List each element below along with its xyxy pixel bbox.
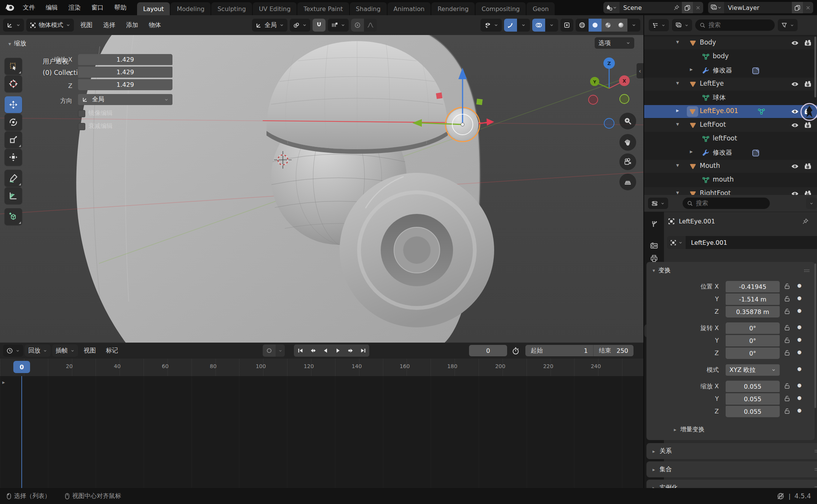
menu-object[interactable]: 物体: [145, 19, 165, 32]
shading-dropdown[interactable]: [627, 19, 640, 32]
disable-render-camera-icon[interactable]: [804, 80, 812, 88]
outliner-row-mouth[interactable]: ▾ Mouth: [644, 160, 817, 173]
mirror-editing-checkbox[interactable]: [78, 110, 85, 117]
tab-geometry-nodes[interactable]: Geon: [527, 2, 555, 15]
expand-icon[interactable]: ▾: [676, 189, 679, 195]
keyframe-decorator[interactable]: ●: [797, 282, 801, 288]
tab-compositing[interactable]: Compositing: [476, 2, 526, 15]
jump-to-end-button[interactable]: [357, 345, 369, 357]
expand-icon[interactable]: ▸: [690, 148, 693, 155]
outliner-display-mode-button[interactable]: [672, 19, 692, 31]
disable-render-camera-icon[interactable]: [804, 163, 812, 170]
expand-icon[interactable]: ▾: [676, 121, 679, 128]
outliner-row-body-mesh[interactable]: body: [644, 50, 817, 63]
outliner-row-rightfoot[interactable]: ▾ RightFoot: [644, 187, 817, 195]
playhead-line[interactable]: [21, 376, 22, 488]
camera-view-button[interactable]: [619, 153, 636, 170]
menu-file[interactable]: 文件: [18, 0, 40, 15]
outliner-search-input[interactable]: 搜索: [695, 19, 775, 31]
bevel-modifier-icon[interactable]: [752, 67, 760, 75]
menu-add[interactable]: 添加: [122, 19, 142, 32]
auto-key-dropdown[interactable]: [276, 345, 285, 357]
play-reverse-button[interactable]: [319, 345, 332, 357]
lock-open-icon[interactable]: [783, 408, 791, 414]
pin-icon[interactable]: [802, 218, 809, 225]
new-view-layer-button[interactable]: [792, 2, 803, 13]
drag-dots-icon[interactable]: [803, 267, 810, 274]
keyframe-decorator[interactable]: ●: [797, 407, 801, 413]
scale-x-field[interactable]: 1.429: [78, 54, 172, 65]
outliner-row-lefteye[interactable]: ▾ LeftEye: [644, 78, 817, 91]
previous-keyframe-button[interactable]: [306, 345, 319, 357]
keyframe-decorator[interactable]: ●: [797, 382, 801, 388]
shading-wireframe-button[interactable]: [576, 19, 589, 32]
menu-help[interactable]: 帮助: [109, 0, 132, 15]
shading-material-button[interactable]: [602, 19, 614, 32]
disable-render-camera-icon[interactable]: [804, 121, 812, 129]
keyframe-decorator[interactable]: ●: [797, 324, 801, 330]
expand-icon[interactable]: ▾: [676, 162, 679, 169]
current-frame-field[interactable]: 0: [469, 345, 507, 356]
expand-icon[interactable]: ▸: [690, 66, 693, 73]
hide-eye-icon[interactable]: [791, 163, 799, 170]
keyframe-decorator[interactable]: ●: [797, 366, 801, 372]
tab-rendering[interactable]: Rendering: [431, 2, 475, 15]
tab-animation[interactable]: Animation: [388, 2, 431, 15]
shading-rendered-button[interactable]: [614, 19, 627, 32]
transform-orientation-dropdown[interactable]: 全局: [252, 19, 287, 32]
collapse-chevron-icon[interactable]: ▾: [8, 41, 11, 47]
outliner-row-body[interactable]: ▾ Body: [644, 37, 817, 49]
keyframe-decorator[interactable]: ●: [797, 308, 801, 313]
jump-to-start-button[interactable]: [294, 345, 306, 357]
timeline-marker-menu[interactable]: 标记: [102, 344, 122, 357]
tab-modeling[interactable]: Modeling: [171, 2, 211, 15]
lock-open-icon[interactable]: [783, 349, 791, 356]
scale-y-field[interactable]: 0.055: [726, 393, 780, 405]
lock-open-icon[interactable]: [783, 308, 791, 314]
auto-keyframe-toggle[interactable]: [263, 345, 276, 357]
rotation-x-field[interactable]: 0°: [726, 322, 780, 334]
bevel-modifier-icon[interactable]: [752, 149, 760, 157]
location-z-field[interactable]: 0.35878 m: [726, 306, 780, 317]
tab-shading[interactable]: Shading: [350, 2, 387, 15]
disable-render-camera-icon[interactable]: [804, 39, 812, 47]
playback-menu[interactable]: 回放: [25, 345, 51, 357]
proportional-falloff-dropdown[interactable]: [364, 19, 377, 32]
overlays-dropdown[interactable]: [545, 19, 558, 32]
shading-solid-button[interactable]: [589, 19, 602, 32]
outliner-row-sphere-mesh[interactable]: 球体: [644, 91, 817, 104]
outliner-row-mouth-mesh[interactable]: mouth: [644, 174, 817, 187]
show-overlays-toggle[interactable]: [532, 19, 545, 32]
tool-scale[interactable]: [5, 131, 22, 148]
tab-tool[interactable]: [644, 218, 664, 231]
hide-eye-icon[interactable]: [791, 190, 799, 195]
tab-render[interactable]: [644, 239, 664, 252]
proportional-editing-toggle[interactable]: [351, 19, 364, 32]
outliner-editor-type-button[interactable]: [649, 19, 669, 31]
properties-editor-type-button[interactable]: [648, 198, 668, 209]
menu-window[interactable]: 窗口: [86, 0, 109, 15]
outliner-row-modifiers[interactable]: ▸ 修改器: [644, 64, 817, 77]
expand-icon[interactable]: ▾: [676, 38, 679, 45]
object-browse-button[interactable]: [667, 236, 686, 249]
stopwatch-icon[interactable]: [512, 347, 520, 355]
lock-open-icon[interactable]: [783, 324, 791, 331]
rotation-mode-dropdown[interactable]: XYZ 欧拉: [726, 364, 780, 376]
lock-open-icon[interactable]: [783, 383, 791, 389]
view-layer-name[interactable]: ViewLayer: [724, 4, 792, 11]
scene-browse-button[interactable]: [603, 2, 619, 13]
hide-eye-icon[interactable]: [791, 108, 799, 115]
sidebar-collapse-tab[interactable]: ‹: [637, 63, 643, 78]
location-y-field[interactable]: -1.514 m: [726, 293, 780, 305]
properties-scrollbar[interactable]: [814, 263, 816, 408]
delta-transform-subpanel[interactable]: ▸ 增量变换: [674, 426, 705, 434]
outliner-row-leftfoot-mesh[interactable]: leftFoot: [644, 132, 817, 145]
timeline-view-menu[interactable]: 视图: [80, 344, 100, 357]
relations-panel[interactable]: ▸ 关系: [646, 443, 817, 459]
tab-layout[interactable]: Layout: [137, 2, 170, 15]
expand-icon[interactable]: ▸: [676, 107, 679, 114]
properties-options-button[interactable]: [806, 198, 817, 209]
lock-open-icon[interactable]: [783, 395, 791, 402]
end-frame-field[interactable]: 结束 250: [594, 345, 633, 356]
playhead-badge[interactable]: 0: [13, 361, 30, 373]
